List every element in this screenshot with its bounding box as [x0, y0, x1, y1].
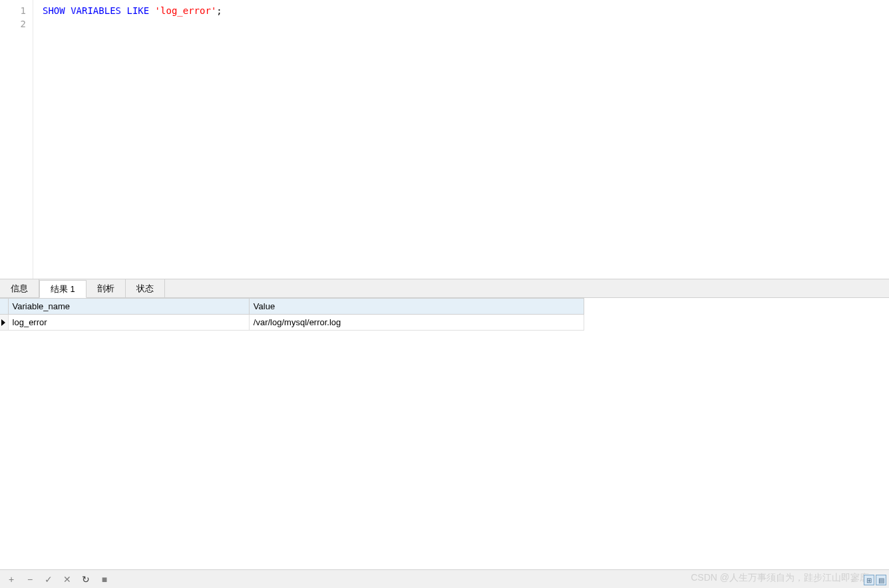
cell-value[interactable]: /var/log/mysql/error.log [249, 315, 584, 331]
column-header-value[interactable]: Value [249, 299, 584, 315]
bottom-toolbar: + − ✓ ✕ ↻ ■ [0, 569, 889, 588]
table-row[interactable]: log_error /var/log/mysql/error.log [0, 315, 584, 331]
keyword: LIKE [126, 5, 149, 16]
string-literal: 'log_error' [155, 5, 217, 16]
stop-button[interactable]: ■ [98, 573, 110, 585]
refresh-button[interactable]: ↻ [80, 573, 92, 585]
row-indicator-cell [0, 315, 8, 331]
form-view-icon[interactable]: ▤ [876, 575, 886, 585]
result-table: Variable_name Value log_error /var/log/m… [0, 298, 584, 331]
tab-info[interactable]: 信息 [0, 279, 39, 297]
tab-profile[interactable]: 剖析 [87, 279, 126, 297]
tab-result-1[interactable]: 结果 1 [39, 280, 87, 298]
code-content[interactable]: SHOW VARIABLES LIKE 'log_error'; [33, 0, 889, 279]
line-gutter: 1 2 [0, 0, 33, 279]
remove-button[interactable]: − [24, 573, 36, 585]
keyword: VARIABLES [71, 5, 121, 16]
header-indicator [0, 299, 8, 315]
cancel-button[interactable]: ✕ [61, 573, 73, 585]
column-header-variable-name[interactable]: Variable_name [8, 299, 249, 315]
sql-editor: 1 2 SHOW VARIABLES LIKE 'log_error'; [0, 0, 889, 279]
grid-view-icon[interactable]: ⊞ [864, 575, 874, 585]
line-number: 2 [0, 17, 33, 31]
tab-status[interactable]: 状态 [126, 279, 165, 297]
semicolon: ; [216, 5, 222, 16]
keyword: SHOW [43, 5, 65, 16]
results-panel: Variable_name Value log_error /var/log/m… [0, 298, 889, 569]
result-tabs: 信息 结果 1 剖析 状态 [0, 279, 889, 298]
line-number: 1 [0, 4, 33, 17]
row-indicator-icon [1, 319, 5, 326]
corner-icons: ⊞ ▤ [864, 575, 886, 585]
add-button[interactable]: + [5, 573, 17, 585]
apply-button[interactable]: ✓ [43, 573, 55, 585]
cell-variable-name[interactable]: log_error [8, 315, 249, 331]
